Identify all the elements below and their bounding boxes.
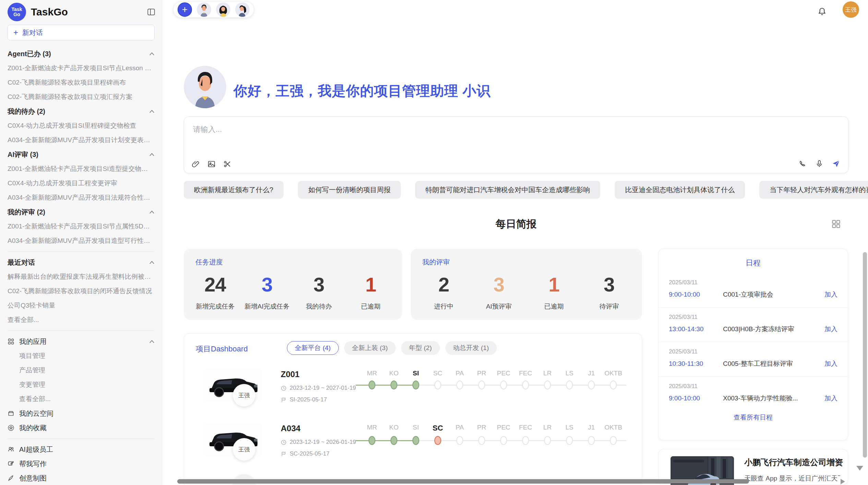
vertical-scrollbar-thumb[interactable] bbox=[863, 252, 867, 458]
image-icon[interactable] bbox=[207, 160, 216, 168]
section-agent-done[interactable]: Agent已办 (3) bbox=[8, 47, 154, 61]
schedule-event-title: X003-车辆动力学性能验... bbox=[723, 394, 820, 403]
milestone-label: J1 bbox=[580, 424, 602, 433]
milestone-node-overdue bbox=[434, 436, 441, 445]
join-link[interactable]: 加入 bbox=[824, 290, 837, 299]
tab-new-platform[interactable]: 全新平台 (4) bbox=[287, 341, 339, 355]
project-row-a034[interactable]: 王强 A034 2023-12-19 ~ 2026-01-19 SC-2025-… bbox=[184, 420, 642, 474]
horizontal-scrollbar-thumb[interactable] bbox=[177, 479, 749, 484]
phone-icon[interactable] bbox=[799, 160, 807, 168]
avatar-contact-2[interactable] bbox=[216, 2, 230, 17]
schedule-time: 9:00-10:00 bbox=[669, 395, 723, 402]
sidebar-task-item[interactable]: C02-飞腾新能源轻客改款项目里程碑画布 bbox=[8, 75, 154, 90]
milestone-node bbox=[478, 436, 485, 445]
milestone-label: OKTB bbox=[602, 424, 624, 433]
avatar-contact-3[interactable] bbox=[235, 2, 250, 17]
milestone-label: PR bbox=[471, 370, 493, 377]
scroll-down-arrow[interactable] bbox=[856, 466, 863, 471]
project-name[interactable]: A034 bbox=[281, 424, 300, 433]
section-my-apps[interactable]: 我的应用 bbox=[8, 334, 154, 349]
avatar-contact-1[interactable] bbox=[197, 2, 211, 17]
sidebar-item-ai-employee[interactable]: AI超级员工 bbox=[8, 442, 154, 457]
sidebar-task-item[interactable]: Z001-全新燃油皮卡产品开发项目SI节点Lesson Learn报告 bbox=[8, 61, 154, 75]
stat-new-ai-done: 3 新增AI完成任务 bbox=[241, 275, 293, 311]
schedule-item: 2025/03/11 9:00-10:00 X003-车辆动力学性能验... 加… bbox=[659, 376, 848, 411]
sidebar-task-item[interactable]: A034-全新新能源MUV产品开发项目造型可行性评审 bbox=[8, 234, 154, 248]
news-snippet: 天眼查 App 显示，近日广州汇天飞行汽... bbox=[744, 474, 840, 483]
chevron-up-icon bbox=[149, 211, 154, 214]
chat-input[interactable] bbox=[184, 117, 848, 148]
suggestion-chip[interactable]: 如何写一份清晰的项目周报 bbox=[298, 181, 401, 199]
attachment-icon[interactable] bbox=[192, 160, 200, 168]
app-item-project-mgmt[interactable]: 项目管理 bbox=[8, 349, 154, 363]
suggestion-chip[interactable]: 特朗普可能对进口汽车增税会对中国车企造成哪些影响 bbox=[415, 181, 600, 199]
milestone-node bbox=[478, 381, 485, 389]
project-flag-text: SC-2025-05-17 bbox=[290, 450, 329, 457]
sidebar-collapse-icon[interactable] bbox=[147, 8, 156, 16]
view-all-schedule-link[interactable]: 查看所有日程 bbox=[659, 411, 848, 422]
stat-label: 新增完成任务 bbox=[189, 302, 241, 311]
suggestion-chip[interactable]: 欧洲新规最近颁布了什么? bbox=[184, 181, 284, 199]
notification-bell-icon[interactable] bbox=[817, 7, 827, 18]
section-my-todo[interactable]: 我的待办 (2) bbox=[8, 104, 154, 119]
people-icon bbox=[8, 446, 14, 453]
sidebar-item-creative-draw[interactable]: 创意制图 bbox=[8, 471, 154, 485]
write-icon bbox=[8, 460, 14, 467]
suggestion-chip[interactable]: 当下年轻人对汽车外观有怎样的喜好趋势 bbox=[759, 181, 868, 199]
section-ai-review[interactable]: AI评审 (3) bbox=[8, 147, 154, 162]
mic-icon[interactable] bbox=[815, 160, 823, 168]
milestone-label: FEC bbox=[515, 370, 537, 377]
tab-powertrain[interactable]: 动总开发 (1) bbox=[445, 341, 497, 355]
milestone-track: MR KO SI SC PA PR PEC FEC LR LS J1 OKTB bbox=[361, 370, 624, 391]
schedule-time: 10:30-11:30 bbox=[669, 360, 723, 368]
app-logo: Task Go bbox=[8, 3, 26, 21]
app-item-change-mgmt[interactable]: 变更管理 bbox=[8, 377, 154, 392]
tab-new-body[interactable]: 全新上装 (3) bbox=[344, 341, 396, 355]
sidebar-item-cloud-space[interactable]: 我的云空间 bbox=[8, 406, 154, 421]
add-contact-button[interactable]: + bbox=[178, 2, 192, 17]
app-item-product-mgmt[interactable]: 产品管理 bbox=[8, 363, 154, 377]
schedule-event-title: C005-整车工程目标评审 bbox=[723, 359, 820, 368]
sidebar-task-item[interactable]: C0X4-动力总成开发项目工程变更评审 bbox=[8, 176, 154, 190]
sidebar-task-item[interactable]: Z001-全新燃油轻卡产品开发项目SI节点属性5D文件评审 bbox=[8, 219, 154, 234]
scroll-right-arrow[interactable] bbox=[841, 479, 845, 484]
join-link[interactable]: 加入 bbox=[824, 359, 837, 368]
new-chat-button[interactable]: + 新对话 bbox=[8, 25, 155, 40]
sidebar-task-item[interactable]: C0X4-动力总成开发项目SI里程碑提交物检查 bbox=[8, 119, 154, 133]
recent-view-all[interactable]: 查看全部... bbox=[8, 313, 154, 327]
join-link[interactable]: 加入 bbox=[824, 394, 837, 403]
recent-chat-item[interactable]: C02-飞腾新能源轻客改款项目的闭环通告反馈情况 bbox=[8, 284, 154, 298]
flag-icon bbox=[281, 451, 287, 457]
sidebar-task-item[interactable]: C02-飞腾新能源轻客改款项目立项汇报方案 bbox=[8, 90, 154, 104]
recent-chat-item[interactable]: 解释最新出台的欧盟报废车法规再生塑料比例被调至15%... bbox=[8, 270, 154, 284]
suggestion-chip[interactable]: 比亚迪全固态电池计划具体说了什么 bbox=[615, 181, 745, 199]
section-label: 最近对话 bbox=[8, 258, 35, 267]
sidebar-task-item[interactable]: A034-全新新能源MUV产品开发项目法规符合性评审 bbox=[8, 190, 154, 205]
join-link[interactable]: 加入 bbox=[824, 325, 837, 334]
schedule-time: 13:00-14:30 bbox=[669, 325, 723, 333]
milestone-label: PA bbox=[449, 370, 471, 377]
tab-year-model[interactable]: 年型 (2) bbox=[401, 341, 440, 355]
chevron-up-icon bbox=[149, 110, 154, 113]
sidebar-task-item[interactable]: A034-全新新能源MUV产品开发项目计划变更表编写 bbox=[8, 133, 154, 147]
project-row-z001[interactable]: 王强 Z001 2023-12-19 ~ 2027-01-19 SI-2025-… bbox=[184, 366, 642, 420]
sidebar: Task Go TaskGo + 新对话 Agent已办 (3) Z001-全新… bbox=[0, 0, 162, 485]
recent-chat-item[interactable]: 公司Q3轻卡销量 bbox=[8, 298, 154, 313]
layout-grid-icon[interactable] bbox=[831, 219, 841, 230]
my-apps-left: 我的应用 bbox=[8, 337, 47, 346]
plus-icon: + bbox=[13, 28, 18, 37]
apps-view-all[interactable]: 查看全部... bbox=[8, 392, 154, 406]
section-my-review[interactable]: 我的评审 (2) bbox=[8, 205, 154, 219]
section-recent-chats[interactable]: 最近对话 bbox=[8, 255, 154, 270]
milestone-node bbox=[610, 436, 617, 445]
scissors-icon[interactable] bbox=[223, 160, 231, 168]
schedule-item: 2025/03/11 10:30-11:30 C005-整车工程目标评审 加入 bbox=[659, 342, 848, 376]
sidebar-item-favorites[interactable]: 我的收藏 bbox=[8, 421, 154, 435]
milestone-label: LR bbox=[537, 424, 558, 433]
ai-employee-label: AI超级员工 bbox=[19, 445, 53, 454]
sidebar-item-help-write[interactable]: 帮我写作 bbox=[8, 457, 154, 471]
user-avatar[interactable]: 王强 bbox=[843, 1, 859, 18]
send-icon[interactable] bbox=[832, 159, 841, 168]
sidebar-task-item[interactable]: Z001-全新燃油轻卡产品开发项目SI造型提交物评审 bbox=[8, 162, 154, 176]
project-name[interactable]: Z001 bbox=[281, 370, 300, 379]
